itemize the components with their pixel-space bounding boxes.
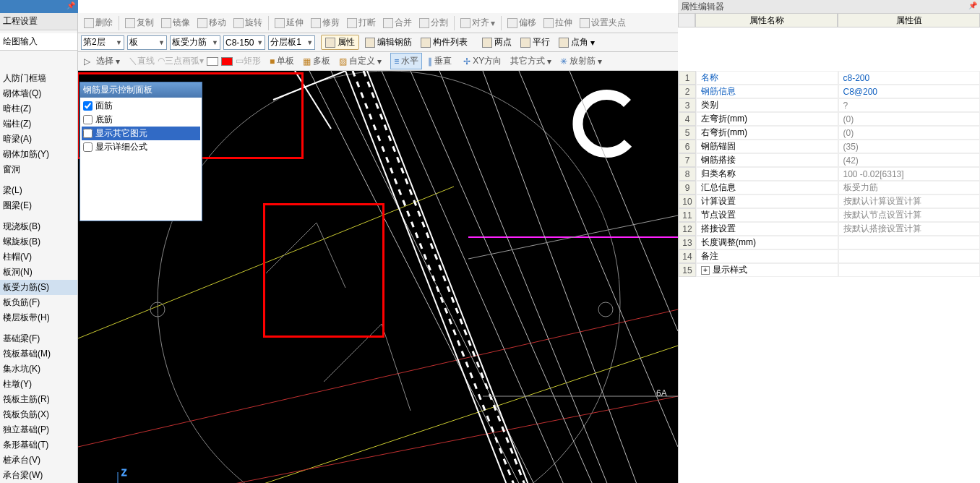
property-value[interactable]: 100 -0.02[6313] — [838, 167, 981, 181]
property-row[interactable]: 10计算设置按默认计算设置计算 — [679, 195, 980, 208]
property-row[interactable]: 2钢筋信息C8@200 — [679, 85, 980, 98]
align-button[interactable]: 对齐▾ — [457, 15, 498, 30]
sidebar-item[interactable]: 窗洞 — [0, 162, 77, 177]
sidebar-item[interactable]: 板受力筋(S) — [0, 280, 77, 295]
property-value[interactable]: (35) — [838, 140, 981, 153]
property-row[interactable]: 13长度调整(mm) — [679, 236, 980, 249]
multi-board-button[interactable]: ▦多板 — [300, 54, 333, 69]
sidebar-item[interactable]: 柱墩(Y) — [0, 377, 77, 392]
offset-button[interactable]: 偏移 — [504, 15, 539, 30]
checkbox-top[interactable] — [83, 101, 93, 111]
opt-show-formula[interactable]: 显示详细公式 — [82, 140, 200, 154]
color-red[interactable] — [221, 57, 233, 66]
drawing-viewport[interactable]: Z 6A 钢筋显示控制面板 面筋 底筋 显示其它图元 显示详细公式 — [78, 71, 678, 483]
checkbox-bottom[interactable] — [83, 115, 93, 124]
sidebar-item[interactable]: 承台梁(W) — [0, 468, 77, 483]
pin-icon[interactable]: 📌 — [66, 1, 75, 9]
merge-button[interactable]: 合并 — [380, 15, 415, 30]
opt-show-other[interactable]: 显示其它图元 — [82, 127, 200, 140]
attributes-button[interactable]: 属性 — [321, 35, 359, 50]
move-button[interactable]: 移动 — [194, 15, 229, 30]
delete-button[interactable]: 删除 — [81, 15, 116, 30]
opt-top-rebar[interactable]: 面筋 — [82, 99, 200, 113]
pin-icon[interactable]: 📌 — [968, 1, 977, 9]
sidebar-item[interactable]: 暗柱(Z) — [0, 101, 77, 116]
sidebar-item[interactable]: 独立基础(P) — [0, 422, 77, 437]
property-value[interactable] — [838, 263, 981, 277]
copy-button[interactable]: 复制 — [122, 15, 157, 30]
sublayer-combo[interactable]: 分层板1▼ — [268, 35, 315, 50]
xy-button[interactable]: ✢XY方向 — [460, 54, 504, 69]
property-value[interactable]: (42) — [838, 153, 981, 167]
property-value[interactable]: C8@200 — [838, 85, 981, 98]
component-list-button[interactable]: 构件列表 — [418, 35, 470, 50]
twopoint-button[interactable]: 两点 — [479, 35, 515, 50]
sidebar-item[interactable]: 条形基础(T) — [0, 437, 77, 453]
extend-button[interactable]: 延伸 — [272, 15, 306, 30]
split-button[interactable]: 分割 — [416, 15, 451, 30]
component-tree[interactable]: 人防门框墙砌体墙(Q)暗柱(Z)端柱(Z)暗梁(A)砌体加筋(Y)窗洞梁(L)圈… — [0, 71, 78, 483]
radial-button[interactable]: ✳放射筋▾ — [557, 54, 605, 69]
color-white[interactable] — [207, 57, 218, 66]
property-row[interactable]: 3类别? — [679, 98, 980, 112]
select-button[interactable]: 选择▾ — [93, 54, 123, 69]
property-row[interactable]: 12搭接设置按默认搭接设置计算 — [679, 222, 980, 236]
tab-draw-input[interactable]: 绘图输入 — [0, 33, 77, 51]
sidebar-item[interactable]: 现浇板(B) — [0, 219, 77, 234]
property-value[interactable]: (0) — [838, 112, 981, 126]
mirror-button[interactable]: 镜像 — [158, 15, 193, 30]
horizontal-button[interactable]: ≡水平 — [390, 53, 422, 69]
sidebar-item[interactable]: 柱帽(V) — [0, 249, 77, 265]
edit-rebar-button[interactable]: 编辑钢筋 — [362, 35, 415, 50]
property-row[interactable]: 15+显示样式 — [679, 263, 980, 277]
setgrip-button[interactable]: 设置夹点 — [577, 15, 629, 30]
floor-combo[interactable]: 第2层▼ — [81, 35, 124, 50]
property-value[interactable]: c8-200 — [838, 71, 981, 85]
property-row[interactable]: 11节点设置按默认节点设置计算 — [679, 208, 980, 222]
other-mode-button[interactable]: 其它方式▾ — [507, 54, 554, 69]
category-combo[interactable]: 板▼ — [127, 35, 167, 50]
checkbox-other[interactable] — [83, 129, 93, 138]
rebar-display-title[interactable]: 钢筋显示控制面板 — [80, 82, 202, 98]
sidebar-item[interactable]: 暗梁(A) — [0, 132, 77, 147]
property-row[interactable]: 8归类名称100 -0.02[6313] — [679, 167, 980, 181]
sidebar-item[interactable]: 筏板主筋(R) — [0, 392, 77, 407]
sidebar-item[interactable]: 板负筋(F) — [0, 295, 77, 310]
sidebar-item[interactable]: 集水坑(K) — [0, 362, 77, 377]
property-row[interactable]: 5右弯折(mm)(0) — [679, 126, 980, 140]
type-combo[interactable]: 板受力筋▼ — [170, 35, 220, 50]
property-row[interactable]: 14备注 — [679, 249, 980, 263]
property-row[interactable]: 4左弯折(mm)(0) — [679, 112, 980, 126]
property-value[interactable] — [838, 249, 981, 263]
sidebar-item[interactable]: 砌体加筋(Y) — [0, 147, 77, 162]
property-value[interactable]: 板受力筋 — [838, 181, 981, 195]
property-row[interactable]: 1名称c8-200 — [679, 71, 980, 85]
break-button[interactable]: 打断 — [344, 15, 379, 30]
stretch-button[interactable]: 拉伸 — [541, 15, 575, 30]
sidebar-item[interactable]: 桩承台(V) — [0, 453, 77, 468]
property-editor[interactable]: 1名称c8-2002钢筋信息C8@2003类别?4左弯折(mm)(0)5右弯折(… — [678, 71, 980, 483]
property-value[interactable]: 按默认计算设置计算 — [838, 195, 981, 208]
rebar-display-panel[interactable]: 钢筋显示控制面板 面筋 底筋 显示其它图元 显示详细公式 — [79, 82, 202, 221]
sidebar-item[interactable]: 砌体墙(Q) — [0, 86, 77, 101]
sidebar-item[interactable]: 板洞(N) — [0, 265, 77, 280]
property-row[interactable]: 9汇总信息板受力筋 — [679, 181, 980, 195]
sidebar-item[interactable]: 螺旋板(B) — [0, 234, 77, 249]
property-row[interactable]: 7钢筋搭接(42) — [679, 153, 980, 167]
property-value[interactable]: 按默认节点设置计算 — [838, 208, 981, 222]
sidebar-item[interactable]: 筏板负筋(X) — [0, 407, 77, 422]
property-value[interactable]: 按默认搭接设置计算 — [838, 222, 981, 236]
property-row[interactable]: 6钢筋锚固(35) — [679, 140, 980, 153]
sidebar-item[interactable]: 人防门框墙 — [0, 71, 77, 86]
property-value[interactable] — [838, 236, 981, 249]
sidebar-item[interactable]: 基础梁(F) — [0, 331, 77, 346]
single-board-button[interactable]: ■单板 — [267, 54, 297, 69]
sidebar-item[interactable]: 梁(L) — [0, 183, 77, 198]
vertical-button[interactable]: ∥垂直 — [425, 54, 455, 69]
property-value[interactable]: ? — [838, 98, 981, 112]
sidebar-item[interactable]: 端柱(Z) — [0, 116, 77, 132]
spec-combo[interactable]: C8-150▼ — [223, 35, 265, 50]
opt-bottom-rebar[interactable]: 底筋 — [82, 113, 200, 127]
parallel-button[interactable]: 平行 — [517, 35, 553, 50]
sidebar-item[interactable]: 圈梁(E) — [0, 198, 77, 213]
